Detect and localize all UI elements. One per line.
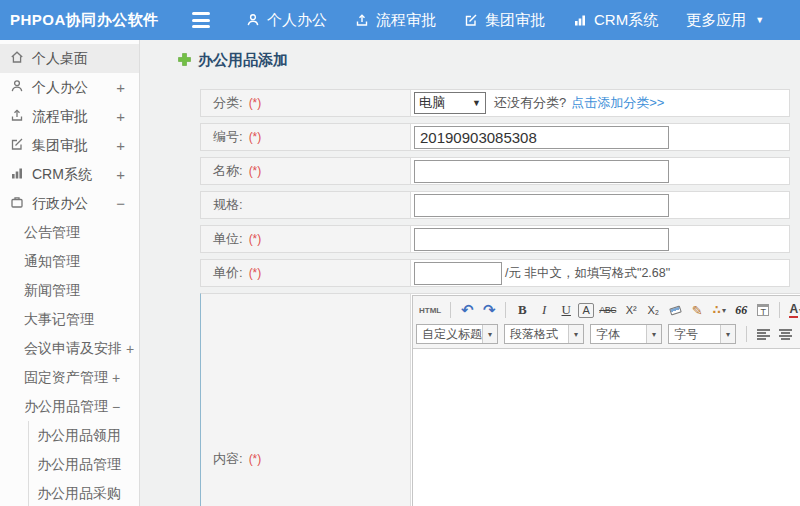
expand-icon[interactable]: +: [116, 79, 125, 96]
sidebar-item-crm[interactable]: CRM系统 +: [0, 160, 139, 189]
sidebar-item-supplies-purchase[interactable]: 办公用品采购: [29, 479, 139, 506]
sidebar-item-supplies-use[interactable]: 办公用品领用: [29, 421, 139, 450]
sidebar-item-desktop[interactable]: 个人桌面: [0, 44, 139, 73]
align-left-button[interactable]: [753, 324, 773, 344]
nav-label: CRM系统: [594, 11, 658, 30]
nav-group-approval[interactable]: 集团审批: [464, 11, 545, 30]
form-row-unit: 单位: (*): [200, 225, 790, 253]
category-select[interactable]: 电脑 ▼: [414, 92, 486, 114]
redo-button[interactable]: ↷: [479, 300, 499, 320]
sidebar-item-group-approval[interactable]: 集团审批 +: [0, 131, 139, 160]
form-row-code: 编号: (*): [200, 123, 790, 151]
font-size-select[interactable]: 字号 ▾: [668, 324, 736, 344]
supplies-add-form: 分类: (*) 电脑 ▼ 还没有分类? 点击添加分类>> 编号: (*): [200, 89, 790, 506]
auto-typeset-button[interactable]: ∴▾: [709, 300, 729, 320]
font-color-button[interactable]: A▾: [786, 300, 800, 320]
expand-icon[interactable]: +: [126, 341, 134, 357]
rich-text-editor: HTML ↶ ↷ B I U A ABC X²: [412, 295, 800, 506]
italic-button[interactable]: I: [534, 300, 554, 320]
font-family-select[interactable]: 字体 ▾: [590, 324, 662, 344]
collapse-icon[interactable]: −: [112, 399, 120, 415]
editor-content-area[interactable]: [413, 349, 800, 506]
superscript-button[interactable]: X²: [621, 300, 641, 320]
sidebar-item-notice-manage[interactable]: 通知管理: [0, 247, 139, 276]
required-mark: (*): [249, 452, 262, 466]
underline-button[interactable]: U: [556, 300, 576, 320]
format-painter-button[interactable]: ✎: [687, 300, 707, 320]
sidebar-item-admin-office[interactable]: 行政办公 −: [0, 189, 139, 218]
sidebar-item-personal-office[interactable]: 个人办公 +: [0, 73, 139, 102]
app-logo: PHPOA协同办公软件: [0, 11, 180, 30]
person-icon: [246, 13, 260, 27]
dropdown-caret-icon: ▾: [568, 325, 583, 343]
expand-icon[interactable]: +: [116, 137, 125, 154]
upload-icon: [10, 108, 24, 125]
unit-input[interactable]: [414, 228, 669, 251]
html-source-button[interactable]: HTML: [416, 300, 444, 320]
sidebar-item-announce-manage[interactable]: 公告管理: [0, 218, 139, 247]
sidebar-item-workflow-approval[interactable]: 流程审批 +: [0, 102, 139, 131]
collapse-icon[interactable]: −: [116, 195, 125, 212]
form-row-name: 名称: (*): [200, 157, 790, 185]
code-input[interactable]: [414, 126, 669, 149]
sidebar-item-office-supplies[interactable]: 办公用品管理−: [0, 392, 139, 421]
sidebar-item-news-manage[interactable]: 新闻管理: [0, 276, 139, 305]
price-input[interactable]: [414, 262, 502, 285]
sidebar-item-fixed-assets[interactable]: 固定资产管理+: [0, 363, 139, 392]
sidebar-item-meeting[interactable]: 会议申请及安排+: [0, 334, 139, 363]
nav-label: 集团审批: [485, 11, 545, 30]
custom-heading-select[interactable]: 自定义标题 ▾: [416, 324, 498, 344]
required-mark: (*): [249, 130, 262, 144]
undo-button[interactable]: ↶: [457, 300, 477, 320]
blockquote-button[interactable]: 66: [731, 300, 751, 320]
nav-workflow-approval[interactable]: 流程审批: [355, 11, 436, 30]
bar-chart-icon: [10, 166, 24, 183]
clipboard-icon: T: [757, 304, 769, 316]
remove-format-button[interactable]: [665, 300, 685, 320]
edit-icon: [464, 13, 478, 27]
nav-label: 流程审批: [376, 11, 436, 30]
edit-icon: [10, 137, 24, 154]
spec-label: 规格:: [213, 196, 243, 214]
name-input[interactable]: [414, 160, 669, 183]
spec-input[interactable]: [414, 194, 669, 217]
main-content: 办公用品添加 分类: (*) 电脑 ▼ 还没有分类? 点击添加分类>>: [141, 40, 800, 506]
form-row-price: 单价: (*) /元 非中文，如填写格式"2.68": [200, 259, 790, 287]
nav-personal-office[interactable]: 个人办公: [246, 11, 327, 30]
strikethrough-button[interactable]: ABC: [596, 300, 619, 320]
price-format-hint: /元 非中文，如填写格式"2.68": [505, 265, 670, 282]
sidebar: 个人桌面 个人办公 + 流程审批 +: [0, 40, 140, 506]
nav-more-apps[interactable]: 更多应用 ▼: [686, 11, 764, 30]
form-row-spec: 规格:: [200, 191, 790, 219]
required-mark: (*): [249, 266, 262, 280]
page-header: 办公用品添加: [178, 51, 288, 70]
content-label: 内容:: [213, 450, 243, 468]
home-icon: [10, 50, 24, 67]
align-left-icon: [757, 329, 770, 340]
bold-button[interactable]: B: [512, 300, 532, 320]
subscript-button[interactable]: X₂: [643, 300, 663, 320]
paste-plain-text-button[interactable]: T: [753, 300, 773, 320]
form-row-category: 分类: (*) 电脑 ▼ 还没有分类? 点击添加分类>>: [200, 89, 790, 117]
sidebar-item-memo-manage[interactable]: 大事记管理: [0, 305, 139, 334]
char-border-button[interactable]: A: [578, 303, 594, 318]
code-label: 编号:: [213, 128, 243, 146]
category-hint: 还没有分类?: [494, 94, 566, 112]
expand-icon[interactable]: +: [112, 370, 120, 386]
align-center-button[interactable]: [775, 324, 795, 344]
dropdown-caret-icon: ▾: [720, 325, 735, 343]
dropdown-caret-icon: ▾: [482, 325, 497, 343]
add-category-link[interactable]: 点击添加分类>>: [571, 94, 664, 112]
person-icon: [10, 79, 24, 96]
nav-crm-system[interactable]: CRM系统: [573, 11, 658, 30]
menu-toggle-icon[interactable]: [192, 12, 214, 28]
add-plus-icon: [178, 52, 191, 70]
paragraph-format-select[interactable]: 段落格式 ▾: [504, 324, 584, 344]
form-row-content: 内容: (*) HTML ↶ ↷ B: [200, 293, 790, 506]
expand-icon[interactable]: +: [116, 166, 125, 183]
expand-icon[interactable]: +: [116, 108, 125, 125]
required-mark: (*): [249, 232, 262, 246]
name-label: 名称:: [213, 162, 243, 180]
sidebar-item-supplies-manage[interactable]: 办公用品管理: [29, 450, 139, 479]
supplies-submenu: 办公用品领用 办公用品管理 办公用品采购: [28, 421, 139, 506]
